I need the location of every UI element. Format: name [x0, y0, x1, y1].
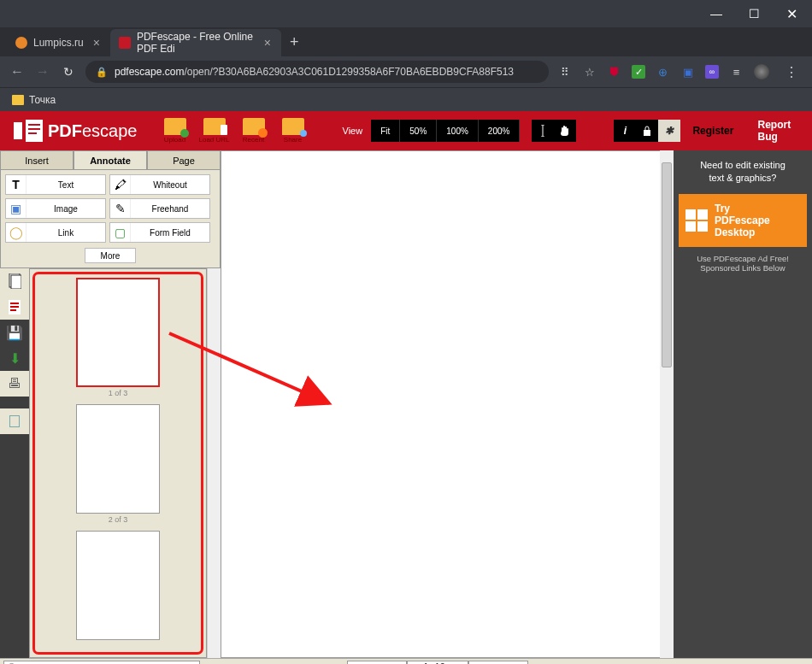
folder-icon [12, 95, 24, 105]
recent-button[interactable]: Recent [235, 114, 273, 148]
app-toolbar: PDFescape Upload Load URL Recent Share V… [0, 111, 812, 150]
url-input[interactable]: 🔒 pdfescape.com/open/?B30A6BA62903A3C061… [85, 61, 549, 83]
browser-tab-lumpics[interactable]: Lumpics.ru × [7, 29, 110, 56]
right-panel: Need to edit existingtext & graphics? Tr… [674, 150, 812, 658]
tab-page[interactable]: Page [147, 150, 221, 169]
text-cursor-button[interactable] [532, 120, 554, 142]
svg-rect-10 [10, 306, 19, 308]
link-tool[interactable]: ◯Link [5, 222, 106, 243]
print-icon[interactable]: 🖶 [0, 371, 29, 397]
download-icon[interactable]: ⬇ [0, 345, 29, 371]
windows-icon [685, 209, 708, 232]
window-titlebar: — ☐ ✕ [0, 0, 812, 27]
thumbnail-2[interactable]: 2 of 3 [35, 404, 201, 526]
bookmark-item[interactable]: Точка [29, 94, 56, 106]
window-minimize[interactable]: — [697, 2, 735, 26]
prev-page-button[interactable]: < [347, 661, 407, 665]
save-icon[interactable]: 💾 [0, 320, 29, 345]
thumbnail-list[interactable]: 1 of 3 2 of 3 [29, 268, 207, 658]
register-link[interactable]: Register [680, 111, 745, 150]
text-tool[interactable]: TText [5, 174, 106, 195]
box-icon[interactable]: ▣ [680, 65, 695, 79]
reload-button[interactable]: ↻ [60, 65, 77, 79]
freehand-icon: ✎ [110, 199, 131, 218]
page-selector[interactable]: 1 of 3 ▾ [407, 661, 468, 665]
back-button[interactable]: ← [9, 64, 26, 79]
scrollbar-thumb[interactable] [662, 162, 672, 367]
svg-rect-11 [10, 309, 16, 311]
favicon-pdfescape [119, 37, 131, 49]
zoom-200[interactable]: 200% [479, 120, 521, 142]
promo-text: Need to edit existingtext & graphics? [674, 150, 812, 194]
tab-insert[interactable]: Insert [0, 150, 74, 169]
image-icon: ▣ [6, 199, 26, 218]
svg-rect-4 [28, 132, 37, 134]
promo-sub: Use PDFescape Ad Free!Sponsored Links Be… [674, 247, 812, 279]
star-icon[interactable]: ☆ [582, 65, 597, 79]
folder-recent-icon [243, 118, 265, 135]
svg-rect-5 [644, 130, 650, 136]
folder-url-icon [203, 118, 226, 135]
side-icons: 💾 ⬇ 🖶 [0, 268, 29, 658]
thumbnail-page [76, 278, 160, 387]
upload-button[interactable]: Upload [156, 114, 194, 148]
next-page-button[interactable]: > [468, 661, 528, 665]
browser-menu[interactable]: ⋮ [780, 64, 803, 80]
load-url-button[interactable]: Load URL [196, 114, 233, 148]
check-icon[interactable]: ✓ [632, 65, 645, 79]
view-label: View [334, 126, 372, 136]
favicon-lumpics [15, 37, 27, 49]
more-button[interactable]: More [85, 248, 136, 263]
canvas-scrollbar[interactable] [660, 150, 674, 658]
app-main: Insert Annotate Page TText 🖍Whiteout ▣Im… [0, 150, 812, 658]
pdf-page[interactable] [221, 151, 660, 657]
info-button[interactable]: i [614, 120, 636, 142]
thumbnail-scrollbar[interactable] [207, 268, 221, 658]
report-bug-link[interactable]: Report Bug [745, 111, 812, 150]
bookmark-bar: Точка [0, 87, 812, 111]
thumbnail-1[interactable]: 1 of 3 [35, 278, 201, 399]
lock-icon: 🔒 [96, 67, 108, 78]
page-icon[interactable] [0, 294, 29, 320]
translate-icon[interactable]: ⠿ [557, 65, 572, 79]
avatar-icon[interactable] [754, 64, 769, 79]
link-icon: ◯ [6, 223, 26, 242]
list-icon[interactable]: ≡ [729, 65, 744, 79]
window-close[interactable]: ✕ [773, 2, 810, 26]
zoom-fit[interactable]: Fit [371, 120, 400, 142]
zoom-50[interactable]: 50% [400, 120, 437, 142]
freehand-tool[interactable]: ✎Freehand [109, 198, 210, 219]
desktop-cta[interactable]: TryPDFescapeDesktop [679, 194, 807, 247]
close-icon[interactable]: × [93, 36, 100, 50]
globe-icon[interactable]: ⊕ [656, 65, 670, 79]
image-tool[interactable]: ▣Image [5, 198, 106, 219]
lock-button[interactable] [636, 120, 658, 142]
thumbnail-label: 2 of 3 [35, 514, 201, 526]
whiteout-tool[interactable]: 🖍Whiteout [109, 174, 210, 195]
browser-tab-pdfescape[interactable]: PDFescape - Free Online PDF Edi × [110, 29, 281, 56]
tool-panel: TText 🖍Whiteout ▣Image ✎Freehand ◯Link ▢… [0, 169, 221, 268]
share-button[interactable]: Share [274, 114, 312, 148]
search-input[interactable] [3, 661, 200, 665]
hand-cursor-button[interactable] [554, 120, 576, 142]
close-icon[interactable]: × [264, 36, 271, 50]
thumbnail-label: 1 of 3 [35, 387, 201, 399]
tab-annotate[interactable]: Annotate [74, 150, 147, 169]
logo[interactable]: PDFescape [0, 111, 151, 150]
formfield-tool[interactable]: ▢Form Field [109, 222, 210, 243]
ublock-icon[interactable]: ⛊ [607, 65, 621, 79]
left-column: Insert Annotate Page TText 🖍Whiteout ▣Im… [0, 150, 221, 658]
new-tab-button[interactable]: + [281, 33, 308, 51]
logo-icon [14, 120, 43, 142]
thumbnail-3[interactable] [35, 531, 201, 640]
zoom-100[interactable]: 100% [437, 120, 479, 142]
blank-icon[interactable] [0, 408, 29, 434]
tab-title: PDFescape - Free Online PDF Edi [137, 31, 255, 55]
formfield-icon: ▢ [110, 223, 131, 242]
svg-rect-1 [26, 120, 43, 142]
settings-button[interactable]: ✱ [658, 120, 680, 142]
ad-icon[interactable]: ∞ [705, 65, 719, 79]
pages-icon[interactable] [0, 268, 29, 294]
tab-title: Lumpics.ru [33, 37, 84, 49]
window-maximize[interactable]: ☐ [735, 2, 773, 26]
